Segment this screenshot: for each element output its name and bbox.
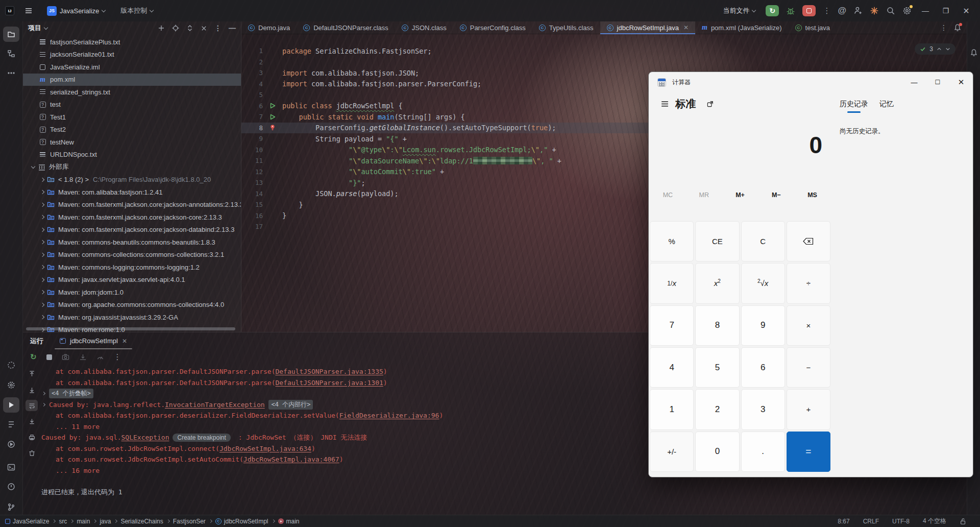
calc-menu-button[interactable] xyxy=(656,95,673,112)
tree-item[interactable]: fastjsonSerializePlus.txt xyxy=(23,36,241,49)
memory-button-mr[interactable]: MR xyxy=(686,188,722,202)
code-with-me-button[interactable] xyxy=(853,6,863,15)
locate-file-icon[interactable] xyxy=(172,25,179,32)
memory-button-ms[interactable]: MS xyxy=(794,188,830,202)
settings-button[interactable] xyxy=(902,6,912,15)
tree-item[interactable]: ?Test2 xyxy=(23,124,241,136)
run-gutter[interactable] xyxy=(263,103,282,109)
stacktrace-link[interactable]: JdbcRowSetImpl.java:634 xyxy=(219,445,311,452)
calc-button-6[interactable]: 6 xyxy=(741,347,785,388)
plugin-burst-icon[interactable] xyxy=(870,6,879,15)
git-branch-icon[interactable] xyxy=(3,499,19,515)
editor-tab[interactable]: CDemo.java xyxy=(241,21,297,34)
editor-tab[interactable]: CjdbcRowSetImpl.java✕ xyxy=(600,21,695,34)
editor-tab[interactable]: CJSON.class xyxy=(395,21,453,34)
tab-options-icon[interactable]: ⋮ xyxy=(940,23,947,32)
calc-button-+[interactable]: + xyxy=(787,389,830,429)
calc-button-+/-[interactable]: +/- xyxy=(650,432,694,472)
tree-toggle-icon[interactable] xyxy=(40,290,44,294)
more-actions-button[interactable]: ⋮ xyxy=(823,6,830,15)
tree-toggle-icon[interactable] xyxy=(40,278,44,282)
calc-button-CE[interactable]: CE xyxy=(695,221,739,261)
tree-item[interactable]: Maven: commons-logging:commons-logging:1… xyxy=(23,261,241,274)
calc-close-button[interactable]: ✕ xyxy=(949,72,973,92)
editor-tab[interactable]: CTypeUtils.class xyxy=(532,21,600,34)
expand-collapse-icon[interactable] xyxy=(186,25,193,32)
calc-button-=[interactable]: = xyxy=(787,432,830,472)
more-options-icon[interactable]: ⋮ xyxy=(114,352,121,362)
calc-button-x²[interactable]: x2 xyxy=(695,263,739,303)
profiler-icon[interactable] xyxy=(96,353,104,361)
indent-style[interactable]: 4 个空格 xyxy=(923,517,946,525)
calc-maximize-button[interactable]: ☐ xyxy=(926,72,949,92)
fold-toggle-icon[interactable] xyxy=(42,392,45,395)
run-line-icon[interactable] xyxy=(270,103,276,109)
tree-item[interactable]: ?Test1 xyxy=(23,111,241,124)
stop-icon[interactable] xyxy=(46,354,52,360)
breadcrumb-item[interactable]: JavaSerialize xyxy=(5,518,49,525)
run-console-tab[interactable]: jdbcRowSetImpl ✕ xyxy=(57,332,130,349)
build-icon[interactable] xyxy=(3,377,19,393)
prev-problem-icon[interactable] xyxy=(937,46,942,52)
intention-bulb-icon[interactable] xyxy=(270,124,276,131)
calc-button-2[interactable]: 2 xyxy=(695,389,739,429)
breadcrumb-item[interactable]: CjdbcRowSetImpl xyxy=(215,518,268,525)
next-occurrence-icon[interactable] xyxy=(26,384,38,395)
create-breakpoint-hint[interactable]: Create breakpoint xyxy=(173,434,230,442)
tree-item[interactable]: ?test xyxy=(23,99,241,111)
breadcrumb-item[interactable]: FastjsonSer xyxy=(173,518,206,525)
scroll-to-end-icon[interactable] xyxy=(26,416,38,427)
stop-button[interactable] xyxy=(802,5,816,16)
clear-all-icon[interactable] xyxy=(26,447,38,459)
line-separator[interactable]: CRLF xyxy=(863,518,879,525)
stacktrace-link[interactable]: FieldDeserializer.java:96 xyxy=(339,412,439,419)
project-widget[interactable]: JS JavaSerialize xyxy=(44,4,108,18)
todo-icon[interactable] xyxy=(3,417,19,432)
unlock-icon[interactable] xyxy=(960,518,967,525)
next-problem-icon[interactable] xyxy=(945,46,950,52)
tree-toggle-icon[interactable] xyxy=(40,303,44,307)
tree-toggle-icon[interactable] xyxy=(40,315,44,319)
stacktrace-link[interactable]: JdbcRowSetImpl.java:4067 xyxy=(243,456,339,463)
file-encoding[interactable]: UTF-8 xyxy=(892,518,910,525)
calc-button-8[interactable]: 8 xyxy=(695,305,739,346)
rerun-icon[interactable]: ↻ xyxy=(30,352,37,362)
tree-item[interactable]: 外部库 xyxy=(23,161,241,174)
window-maximize-button[interactable]: ❐ xyxy=(939,7,952,15)
tree-item[interactable]: serialized_strings.txt xyxy=(23,86,241,99)
memory-button-mplus[interactable]: M+ xyxy=(722,188,758,202)
calculator-titlebar[interactable]: 计算器 — ☐ ✕ xyxy=(649,72,973,92)
tree-item[interactable]: Maven: commons-collections:commons-colle… xyxy=(23,249,241,261)
breadcrumb-item[interactable]: main xyxy=(77,518,90,525)
tree-item[interactable]: Maven: com.fasterxml.jackson.core:jackso… xyxy=(23,211,241,224)
problems-icon[interactable] xyxy=(3,479,19,494)
structure-icon[interactable] xyxy=(3,46,19,61)
debug-button[interactable] xyxy=(786,6,795,15)
ai-assistant-button[interactable]: @ xyxy=(838,6,846,16)
close-icon[interactable]: ✕ xyxy=(122,338,127,345)
tree-item[interactable]: Maven: org.apache.commons:commons-collec… xyxy=(23,299,241,312)
stacktrace-link[interactable]: DefaultJSONParser.java:1301 xyxy=(275,379,383,387)
more-tools-icon[interactable] xyxy=(3,65,19,81)
breadcrumb-item[interactable]: src xyxy=(59,518,67,525)
tree-toggle-icon[interactable] xyxy=(31,164,35,169)
calc-button-²√x[interactable]: 2√x xyxy=(741,263,785,303)
tree-item[interactable]: Maven: com.alibaba:fastjson:1.2.41 xyxy=(23,186,241,199)
tree-item[interactable]: Maven: jdom:jdom:1.0 xyxy=(23,286,241,299)
tree-item[interactable]: Maven: javax.servlet:javax.servlet-api:4… xyxy=(23,274,241,286)
memory-button-mc[interactable]: MC xyxy=(650,188,686,202)
memory-tab[interactable]: 记忆 xyxy=(879,100,894,114)
tree-item[interactable]: jacksonSerialize01.txt xyxy=(23,49,241,61)
stacktrace-link[interactable]: SQLException xyxy=(121,434,169,441)
prev-occurrence-icon[interactable] xyxy=(26,368,38,379)
caret-position[interactable]: 8:67 xyxy=(838,518,849,525)
tree-toggle-icon[interactable] xyxy=(40,253,44,257)
calc-button-9[interactable]: 9 xyxy=(741,305,785,346)
code-line[interactable]: 2 xyxy=(241,57,967,68)
intention-gutter[interactable] xyxy=(263,124,282,131)
tree-toggle-icon[interactable] xyxy=(40,240,44,244)
rerun-button[interactable]: ↻ xyxy=(766,5,779,16)
run-line-icon[interactable] xyxy=(270,114,276,120)
breadcrumb-item[interactable]: SerializeChains xyxy=(120,518,163,525)
tree-toggle-icon[interactable] xyxy=(40,178,44,182)
